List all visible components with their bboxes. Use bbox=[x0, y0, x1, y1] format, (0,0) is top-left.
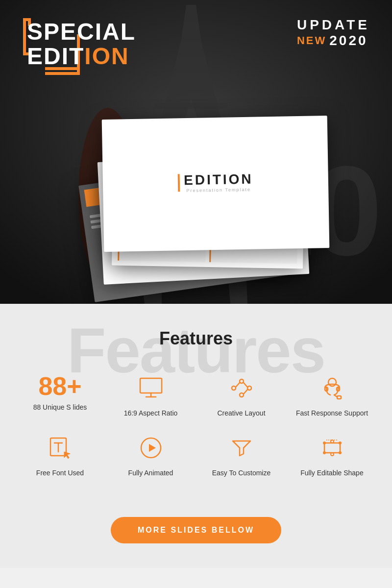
svg-rect-3 bbox=[154, 103, 228, 109]
animated-label: Fully Animated bbox=[128, 468, 173, 478]
features-title: Features bbox=[20, 328, 372, 349]
creative-label: Creative Layout bbox=[217, 409, 265, 418]
slide-front: EDITION Presentation Template bbox=[102, 116, 330, 252]
new-label: NEW bbox=[297, 34, 326, 47]
font-label: Free Font Used bbox=[36, 468, 84, 478]
hero-title-line1: SPECIAL bbox=[27, 20, 136, 44]
play-icon bbox=[136, 433, 166, 463]
customize-label: Easy To Customize bbox=[212, 468, 271, 478]
year-label: 2020 bbox=[329, 33, 368, 49]
svg-point-36 bbox=[331, 453, 334, 456]
cta-section: MORE SLIDES BELLOW bbox=[0, 497, 392, 568]
slide-edition-logo: EDITION Presentation Template bbox=[178, 172, 253, 194]
support-label: Fast Response Support bbox=[296, 409, 368, 418]
svg-rect-30 bbox=[324, 443, 340, 453]
monitor-icon bbox=[136, 373, 166, 403]
svg-point-31 bbox=[323, 441, 326, 444]
svg-line-17 bbox=[244, 383, 247, 387]
feature-item-customize: Easy To Customize bbox=[201, 433, 282, 478]
features-grid: 88+ 88 Unique S lides 16:9 Aspect Ratio bbox=[20, 373, 372, 478]
new-year-container: NEW 2020 bbox=[297, 33, 370, 49]
shape-label: Fully Editable Shape bbox=[300, 468, 363, 478]
svg-point-32 bbox=[339, 441, 342, 444]
svg-point-12 bbox=[232, 386, 236, 390]
slide-title: EDITION bbox=[184, 172, 253, 188]
feature-item-animated: Fully Animated bbox=[110, 433, 191, 478]
feature-item-creative: Creative Layout bbox=[201, 373, 282, 418]
aspect-label: 16:9 Aspect Ratio bbox=[124, 409, 178, 418]
hero-title: SPECIAL EDITION bbox=[27, 20, 136, 69]
shape-icon bbox=[318, 433, 347, 463]
features-section: Features Features 88+ 88 Unique S lides … bbox=[0, 304, 392, 497]
more-slides-button[interactable]: MORE SLIDES BELLOW bbox=[111, 517, 281, 543]
svg-point-34 bbox=[339, 451, 342, 454]
hero-section: 2020 SPECIAL EDITION UPDATE NEW 2020 bbox=[0, 0, 392, 304]
feature-item-aspect: 16:9 Aspect Ratio bbox=[110, 373, 191, 418]
slides-stack: Our GGrea bbox=[86, 122, 331, 289]
feature-item-support: Fast Response Support bbox=[292, 373, 372, 418]
svg-line-16 bbox=[236, 383, 240, 387]
svg-marker-27 bbox=[64, 452, 70, 459]
logo-bar bbox=[178, 174, 180, 192]
svg-point-33 bbox=[323, 451, 326, 454]
support-icon bbox=[318, 373, 347, 403]
hero-title-line2: EDITION bbox=[27, 44, 136, 69]
svg-rect-9 bbox=[140, 378, 162, 393]
slides-count-number: 88+ bbox=[38, 373, 81, 399]
font-icon bbox=[46, 433, 75, 463]
filter-icon bbox=[227, 433, 256, 463]
hero-title-orange: ION bbox=[84, 43, 129, 69]
feature-item-shape: Fully Editable Shape bbox=[292, 433, 372, 478]
slides-count-label: 88 Unique S lides bbox=[33, 403, 87, 413]
feature-item-slides: 88+ 88 Unique S lides bbox=[20, 373, 100, 418]
svg-marker-29 bbox=[149, 444, 156, 452]
feature-item-font: Free Font Used bbox=[20, 433, 100, 478]
svg-rect-23 bbox=[337, 396, 341, 399]
svg-point-35 bbox=[331, 440, 334, 443]
svg-line-18 bbox=[244, 390, 247, 394]
slide-subtitle: Presentation Template bbox=[184, 187, 253, 193]
network-icon bbox=[227, 373, 256, 403]
hero-title-white: EDIT bbox=[27, 43, 84, 69]
svg-point-15 bbox=[240, 393, 244, 397]
update-badge: UPDATE NEW 2020 bbox=[297, 17, 370, 49]
update-label: UPDATE bbox=[297, 17, 370, 33]
